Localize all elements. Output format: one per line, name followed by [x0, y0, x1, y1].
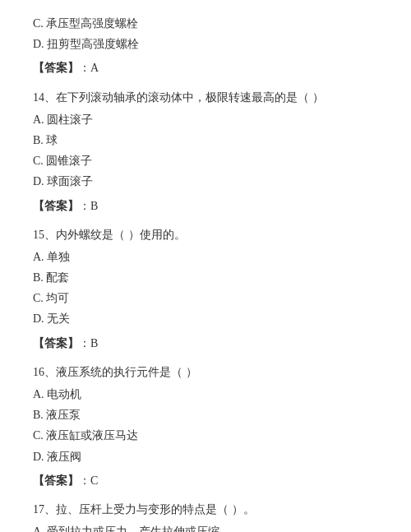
- q15-answer-label: 【答案】: [33, 337, 79, 349]
- q16-option-a: A. 电动机: [33, 384, 378, 405]
- q17-question: 17、拉、压杆上受力与变形的特点是（ ）。: [33, 499, 378, 520]
- q16-option-d: D. 液压阀: [33, 446, 378, 467]
- q14-option-a: A. 圆柱滚子: [33, 109, 378, 130]
- q16-options: A. 电动机 B. 液压泵 C. 液压缸或液压马达 D. 液压阀: [33, 384, 378, 467]
- q15-option-d: D. 无关: [33, 308, 378, 329]
- q14-answer-label: 【答案】: [33, 200, 79, 212]
- q15-option-b: B. 配套: [33, 267, 378, 288]
- q13-options-tail: C. 承压型高强度螺栓 D. 扭剪型高强度螺栓: [33, 13, 378, 54]
- q13-answer-colon: ：: [79, 62, 90, 74]
- q16-option-c: C. 液压缸或液压马达: [33, 425, 378, 446]
- q16-answer-label: 【答案】: [33, 474, 79, 487]
- q16-section: 16、液压系统的执行元件是（ ） A. 电动机 B. 液压泵 C. 液压缸或液压…: [33, 362, 378, 491]
- q14-option-b: B. 球: [33, 130, 378, 150]
- q16-question: 16、液压系统的执行元件是（ ）: [33, 362, 378, 382]
- q16-answer-value: C: [90, 474, 98, 487]
- q15-answer-colon: ：: [79, 337, 90, 349]
- q14-option-c: C. 圆锥滚子: [33, 150, 378, 171]
- q14-answer: 【答案】：B: [33, 196, 378, 216]
- q17-section: 17、拉、压杆上受力与变形的特点是（ ）。 A. 受到拉力或压力，产生拉伸或压缩…: [33, 499, 378, 532]
- q13-option-c: C. 承压型高强度螺栓: [33, 13, 378, 34]
- q16-answer: 【答案】：C: [33, 470, 378, 491]
- q15-answer-value: B: [90, 337, 98, 349]
- q17-options: A. 受到拉力或压力，产生拉伸或压缩 B. 受力不均、弯曲 C. 不会被破坏: [33, 521, 378, 532]
- q13-answer: 【答案】：A: [33, 58, 378, 78]
- q14-options: A. 圆柱滚子 B. 球 C. 圆锥滚子 D. 球面滚子: [33, 109, 378, 192]
- q15-option-a: A. 单独: [33, 247, 378, 267]
- q13-option-d: D. 扭剪型高强度螺栓: [33, 34, 378, 54]
- q13-answer-label: 【答案】: [33, 62, 79, 74]
- q15-answer: 【答案】：B: [33, 333, 378, 354]
- q14-section: 14、在下列滚动轴承的滚动体中，极限转速最高的是（ ） A. 圆柱滚子 B. 球…: [33, 87, 378, 216]
- q16-option-b: B. 液压泵: [33, 405, 378, 425]
- q15-option-c: C. 均可: [33, 288, 378, 308]
- q14-question: 14、在下列滚动轴承的滚动体中，极限转速最高的是（ ）: [33, 87, 378, 108]
- q16-answer-colon: ：: [79, 474, 90, 487]
- q15-options: A. 单独 B. 配套 C. 均可 D. 无关: [33, 247, 378, 330]
- page-content: C. 承压型高强度螺栓 D. 扭剪型高强度螺栓 【答案】：A 14、在下列滚动轴…: [33, 13, 378, 532]
- q15-section: 15、内外螺纹是（ ）使用的。 A. 单独 B. 配套 C. 均可 D. 无关 …: [33, 224, 378, 354]
- q15-question: 15、内外螺纹是（ ）使用的。: [33, 224, 378, 245]
- q14-answer-value: B: [90, 200, 98, 212]
- q14-answer-colon: ：: [79, 200, 90, 212]
- q17-option-a: A. 受到拉力或压力，产生拉伸或压缩: [33, 521, 378, 532]
- q14-option-d: D. 球面滚子: [33, 171, 378, 192]
- q13-answer-value: A: [90, 62, 99, 74]
